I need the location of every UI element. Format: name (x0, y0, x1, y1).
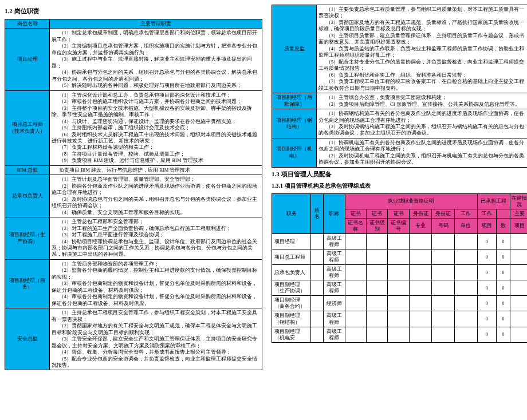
desc-cell: （1）协调钢结构施工有关的各分包商及作业队之间的进度矛盾及现场作业面协调，使各分… (317, 109, 528, 138)
staff-cell (455, 296, 478, 311)
desc-cell: （1）主要负责总承包工程质量管理，参与组织工程质量策划，对本工程施工质量具有一票… (317, 5, 528, 93)
staff-cell (455, 249, 478, 265)
staff-cell: 0 (477, 249, 496, 265)
hdr-proj: 工作 (477, 209, 496, 218)
staff-cell: 项目副经理（机电安 (272, 327, 311, 342)
hdr-unit: 单位 (455, 218, 478, 233)
staff-cell (455, 280, 478, 296)
staff-cell: 高级工程师 (324, 311, 345, 327)
staff-cell (345, 249, 366, 265)
staff-cell (432, 311, 455, 327)
desc-cell: （1）协调机电施工有关的各分包商及作业队之间的进度矛盾及现场作业面协调，使各分包… (317, 138, 528, 167)
staff-cell (367, 296, 388, 311)
staff-cell (311, 249, 324, 265)
staff-cell (388, 327, 409, 342)
staff-cell (510, 311, 527, 327)
role-cell: 项目副经理（机电） (272, 138, 317, 167)
staff-cell (345, 234, 366, 249)
staff-cell (367, 249, 388, 265)
role-cell: 项目副经理（钢结构） (272, 109, 317, 138)
staff-cell (409, 296, 432, 311)
staff-cell: 0 (477, 265, 496, 280)
role-cell: 质量总监 (272, 5, 317, 93)
staff-cell: 项目副经理（生产协调） (272, 280, 311, 296)
staff-cell (345, 280, 366, 296)
staff-cell: 0 (496, 327, 510, 342)
staff-cell (409, 265, 432, 280)
hdr-qual: 执业或职业资格证明 (345, 193, 477, 209)
staff-cell: 0 (477, 327, 496, 342)
staff-cell (510, 265, 527, 280)
desc-cell: （1）主管深化设计部和总工办，负责总承包项目部的深化设计和技术工作；（2）审核各… (50, 90, 262, 165)
desc-cell: （1）主管商务部和物资部的各项管理工作；（2）监督各分包商的履约情况，控制业主和… (50, 259, 262, 308)
staff-cell (510, 327, 527, 342)
staff-cell (409, 311, 432, 327)
staff-cell (388, 296, 409, 311)
staff-cell: 0 (496, 296, 510, 311)
staff-cell (388, 311, 409, 327)
staff-cell: 0 (496, 234, 510, 249)
hdr-role: 职务 (272, 193, 311, 233)
staff-cell (311, 280, 324, 296)
role-cell: 项目总工程师（技术负责人） (5, 90, 50, 165)
staff-cell (409, 249, 432, 265)
desc-cell: （1）主持总承包工程项目安全管理工作，参与组织工程安全策划，对本工程施工安全具有… (50, 308, 262, 370)
staff-cell (345, 311, 366, 327)
role-cell: BIM 总监 (5, 165, 50, 175)
desc-cell: （1）制定总承包规章制度，明确总承包管理层各部门和岗位职责，领导总承包项目部开展… (50, 29, 262, 90)
role-cell: 总承包负责人 (5, 175, 50, 217)
staff-cell (455, 327, 478, 342)
staff-cell (311, 234, 324, 249)
staff-cell: 0 (496, 265, 510, 280)
staff-cell (432, 280, 455, 296)
staff-cell: 高级工程师 (324, 327, 345, 342)
staff-cell (409, 327, 432, 342)
staff-cell (455, 265, 478, 280)
staff-cell (432, 234, 455, 249)
staff-cell (388, 234, 409, 249)
hdr-now: 在建情况 (510, 193, 527, 209)
hdr-count (496, 209, 510, 218)
heading-1-3-1: 1.3.1 项目管理机构及总承包管理组成表 (272, 182, 527, 190)
hdr-cert2: 证书 (367, 209, 388, 218)
staff-cell (367, 234, 388, 249)
role-cell: 项目副经理（商务） (5, 259, 50, 308)
staff-cell: 项目经理 (272, 234, 311, 249)
staff-cell (455, 234, 478, 249)
duties-table-right: 质量总监（1）主要负责总承包工程质量管理，参与组织工程质量策划，对本工程施工质量… (272, 5, 527, 168)
hdr-id2: 身份证 (432, 209, 455, 218)
heading-1-3: 1.3 项目管理人员配备 (272, 170, 527, 179)
staff-cell: 高级工程师 (324, 249, 345, 265)
staff-cell: 0 (496, 311, 510, 327)
staff-cell (409, 234, 432, 249)
hdr-cert-no: 证书编号 (388, 218, 409, 233)
staff-cell: 高级工程师 (324, 280, 345, 296)
staff-cell (455, 311, 478, 327)
heading-1-2: 1.2 岗位职责 (5, 7, 262, 15)
hdr-cert-lvl: 证书级别 (367, 218, 388, 233)
role-cell: 安全总监 (5, 308, 50, 370)
role-cell: 项目副经理（生产协调） (5, 217, 50, 260)
hdr-main: 主要 (510, 209, 527, 218)
staff-cell (367, 327, 388, 342)
hdr-done: 已承担工程 (477, 193, 510, 209)
staff-cell: 项目副经理（钢结构） (272, 311, 311, 327)
hdr-id-major: 专业 (409, 218, 432, 233)
staff-cell: 总承包负责人 (272, 265, 311, 280)
staff-cell: 高级工程师 (324, 234, 345, 249)
hdr-cert3: 证书 (388, 209, 409, 218)
hdr-count2: 数 (496, 218, 510, 233)
staff-cell: 0 (477, 234, 496, 249)
role-cell: 项目副经理（后勤保障） (272, 93, 317, 109)
staff-cell: 0 (496, 280, 510, 296)
hdr-proj2: 项目 (477, 218, 496, 233)
staff-table: 职务 姓名 职称 执业或职业资格证明 已承担工程 在建情况 证书 证书 证书 身… (272, 193, 527, 343)
staff-cell (409, 280, 432, 296)
staff-cell (311, 311, 324, 327)
staff-cell (432, 327, 455, 342)
staff-cell: 高级工程师 (324, 265, 345, 280)
staff-cell (345, 327, 366, 342)
staff-cell: 0 (496, 249, 510, 265)
hdr-cert1: 证书 (345, 209, 366, 218)
desc-cell: （1）主管总包工程部和安全管理部；（2）对工程的施工生产全面负责协调，确保总承包… (50, 217, 262, 260)
